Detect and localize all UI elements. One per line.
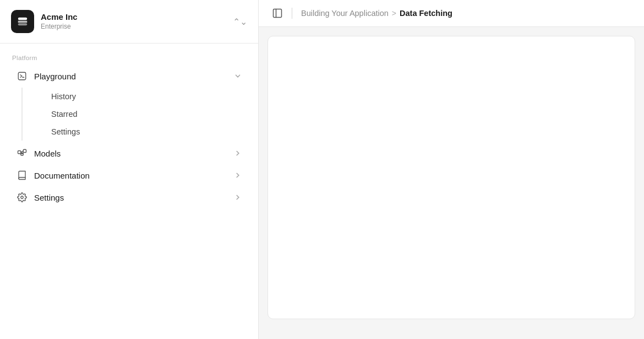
topbar-divider (292, 8, 292, 19)
sidebar-item-starred[interactable]: Starred (46, 105, 247, 123)
nav-item-left: Models (17, 148, 61, 159)
topbar: Building Your Application > Data Fetchin… (259, 0, 644, 27)
sidebar-item-documentation[interactable]: Documentation (11, 165, 247, 186)
platform-label: Platform (11, 55, 247, 61)
brand-name: Acme Inc (41, 12, 78, 23)
brand-left: Acme Inc Enterprise (11, 10, 78, 33)
playground-label: Playground (34, 72, 76, 81)
settings-chevron-right (234, 193, 242, 201)
playground-sub-items: History Starred Settings (21, 88, 247, 141)
svg-rect-5 (18, 151, 21, 154)
documentation-icon (17, 170, 28, 181)
nav-item-left: Playground (17, 71, 76, 82)
nav-item-left: Settings (17, 192, 64, 203)
breadcrumb-parent: Building Your Application (301, 9, 389, 18)
sidebar-item-playground-settings[interactable]: Settings (46, 123, 247, 141)
sidebar-item-models[interactable]: Models (11, 143, 247, 164)
sidebar-item-history[interactable]: History (46, 88, 247, 105)
models-label: Models (34, 149, 61, 158)
svg-rect-2 (18, 23, 28, 25)
playground-icon (17, 71, 28, 82)
sidebar-item-settings[interactable]: Settings (11, 187, 247, 208)
svg-rect-7 (23, 149, 26, 152)
brand-icon (11, 10, 34, 33)
main-content: Building Your Application > Data Fetchin… (259, 0, 644, 339)
platform-nav: Platform Playground (0, 44, 258, 209)
content-card (268, 36, 635, 319)
brand-tier: Enterprise (41, 23, 78, 31)
svg-rect-11 (274, 9, 282, 18)
svg-rect-0 (18, 18, 28, 20)
brand-area: Acme Inc Enterprise ⌃⌄ (0, 0, 258, 44)
sidebar: Acme Inc Enterprise ⌃⌄ Platform Playgrou… (0, 0, 259, 339)
documentation-chevron-right (234, 171, 242, 179)
nav-item-left: Documentation (17, 170, 90, 181)
models-chevron-right (234, 149, 242, 157)
brand-switcher-button[interactable]: ⌃⌄ (233, 17, 247, 27)
svg-rect-6 (21, 153, 24, 155)
breadcrumb-current: Data Fetching (400, 9, 452, 18)
settings-icon (17, 192, 28, 203)
playground-chevron-down (234, 72, 242, 80)
brand-text: Acme Inc Enterprise (41, 12, 78, 31)
documentation-label: Documentation (34, 171, 90, 180)
breadcrumb: Building Your Application > Data Fetchin… (301, 9, 452, 18)
svg-rect-1 (18, 21, 28, 23)
svg-point-10 (21, 196, 24, 199)
sidebar-toggle-button[interactable] (272, 8, 283, 19)
breadcrumb-separator: > (392, 9, 396, 18)
database-icon (17, 15, 29, 28)
sidebar-item-playground[interactable]: Playground (11, 66, 247, 87)
content-area (259, 27, 644, 339)
settings-label: Settings (34, 193, 64, 202)
models-icon (17, 148, 28, 159)
